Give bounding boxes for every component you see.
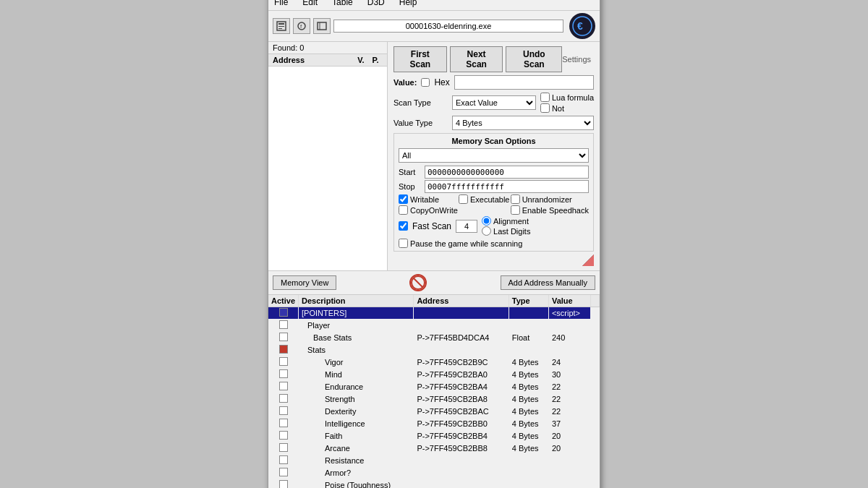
executable-label: Executable bbox=[470, 195, 509, 204]
row-active-cell bbox=[268, 381, 299, 393]
menu-edit[interactable]: Edit bbox=[299, 0, 320, 9]
value-input[interactable] bbox=[454, 75, 594, 90]
value-type-select[interactable]: 4 Bytes bbox=[452, 116, 594, 130]
memory-scan-select[interactable]: All bbox=[399, 148, 589, 163]
copy-on-write-row: CopyOnWrite bbox=[399, 205, 458, 215]
row-active-cell bbox=[268, 320, 299, 332]
row-description-cell: Stats bbox=[299, 344, 414, 356]
next-scan-button[interactable]: Next Scan bbox=[450, 46, 503, 72]
row-active-cell bbox=[268, 418, 299, 430]
row-active-cell bbox=[268, 369, 299, 381]
row-address-cell: P->7FF459CB2BA0 bbox=[414, 369, 509, 381]
settings-label: Settings bbox=[562, 55, 594, 64]
row-address-cell: P->7FF459CB2BB8 bbox=[414, 442, 509, 455]
col-scroll bbox=[591, 295, 600, 307]
enable-speedhack-checkbox[interactable] bbox=[511, 205, 520, 215]
toolbar-btn-1[interactable] bbox=[273, 18, 290, 34]
unrandomizer-checkbox[interactable] bbox=[511, 194, 520, 204]
last-digits-radio-row: Last Digits bbox=[482, 226, 530, 236]
row-active-cell bbox=[268, 344, 299, 356]
table-wrapper[interactable]: Active Description Address Type Value [P… bbox=[268, 295, 600, 488]
row-value-cell bbox=[548, 344, 590, 356]
undo-scan-button[interactable]: Undo Scan bbox=[506, 46, 562, 72]
table-row[interactable]: VigorP->7FF459CB2B9C4 Bytes24 bbox=[268, 356, 600, 369]
row-description-cell: Base Stats bbox=[299, 332, 414, 344]
toolbar-btn-3[interactable] bbox=[313, 18, 331, 34]
found-bar: Found: 0 bbox=[268, 42, 387, 54]
memory-options-grid: Writable CopyOnWrite Executable bbox=[399, 194, 589, 215]
menu-table[interactable]: Table bbox=[329, 0, 356, 9]
row-address-cell: P->7FF45BD4DCA4 bbox=[414, 332, 509, 344]
address-table-header: Active Description Address Type Value bbox=[268, 295, 600, 307]
table-row[interactable]: Base StatsP->7FF45BD4DCA4Float240 bbox=[268, 332, 600, 344]
row-value-cell: 30 bbox=[548, 369, 590, 381]
enable-speedhack-row: Enable Speedhack bbox=[511, 205, 589, 215]
stop-icon bbox=[409, 274, 427, 291]
col-address: Address bbox=[414, 295, 509, 307]
row-address-cell: P->7FF459CB2BA8 bbox=[414, 393, 509, 406]
resize-handle[interactable] bbox=[582, 254, 594, 266]
executable-checkbox[interactable] bbox=[459, 194, 468, 204]
lua-formula-checkbox[interactable] bbox=[540, 93, 550, 102]
table-row[interactable]: StrengthP->7FF459CB2BA84 Bytes22 bbox=[268, 393, 600, 406]
table-row[interactable]: EnduranceP->7FF459CB2BA44 Bytes22 bbox=[268, 381, 600, 393]
memory-view-button[interactable]: Memory View bbox=[273, 275, 336, 290]
add-address-button[interactable]: Add Address Manually bbox=[501, 275, 595, 290]
table-row[interactable]: DexterityP->7FF459CB2BAC4 Bytes22 bbox=[268, 406, 600, 418]
hex-label: Hex bbox=[434, 77, 449, 87]
table-row[interactable]: ArcaneP->7FF459CB2BB84 Bytes20 bbox=[268, 442, 600, 455]
table-row[interactable]: Armor? bbox=[268, 467, 600, 479]
toolbar-btn-2[interactable]: f bbox=[293, 18, 310, 34]
copy-on-write-checkbox[interactable] bbox=[399, 205, 408, 215]
bottom-buttons: Memory View Add Address Manually bbox=[268, 270, 600, 294]
row-active-cell bbox=[268, 479, 299, 489]
menu-d3d[interactable]: D3D bbox=[365, 0, 388, 9]
fast-scan-checkbox[interactable] bbox=[399, 221, 408, 231]
table-row[interactable]: Stats bbox=[268, 344, 600, 356]
alignment-radio[interactable] bbox=[482, 216, 491, 226]
main-content: Found: 0 Address V. P. First Scan Next S… bbox=[268, 42, 600, 270]
table-row[interactable]: Poise (Toughness) bbox=[268, 479, 600, 489]
table-row[interactable]: IntelligenceP->7FF459CB2BB04 Bytes37 bbox=[268, 418, 600, 430]
row-value-cell bbox=[548, 467, 590, 479]
row-description-cell: Endurance bbox=[299, 381, 414, 393]
first-scan-button[interactable]: First Scan bbox=[393, 46, 447, 72]
pause-game-checkbox[interactable] bbox=[399, 239, 408, 248]
row-value-cell: <script> bbox=[548, 307, 590, 320]
row-address-cell bbox=[414, 344, 509, 356]
not-checkbox[interactable] bbox=[540, 103, 550, 113]
svg-line-12 bbox=[414, 278, 422, 287]
hex-checkbox[interactable] bbox=[421, 78, 430, 87]
table-row[interactable]: Player bbox=[268, 320, 600, 332]
writable-checkbox[interactable] bbox=[399, 194, 408, 204]
row-value-cell: 22 bbox=[548, 381, 590, 393]
row-value-cell: 22 bbox=[548, 406, 590, 418]
unrandomizer-row: Unrandomizer bbox=[511, 194, 589, 204]
scan-type-row: Scan Type Exact Value Lua formula Not bbox=[393, 93, 594, 113]
svg-rect-1 bbox=[278, 23, 284, 25]
scan-type-select[interactable]: Exact Value bbox=[452, 95, 536, 110]
pause-game-label: Pause the game while scanning bbox=[410, 239, 522, 248]
row-address-cell: P->7FF459CB2BA4 bbox=[414, 381, 509, 393]
table-row[interactable]: FaithP->7FF459CB2BB44 Bytes20 bbox=[268, 430, 600, 442]
table-row[interactable]: [POINTERS]<script> bbox=[268, 307, 600, 320]
row-address-cell bbox=[414, 320, 509, 332]
row-type-cell bbox=[509, 307, 548, 320]
table-row[interactable]: Resistance bbox=[268, 455, 600, 467]
row-type-cell: 4 Bytes bbox=[509, 430, 548, 442]
row-type-cell: 4 Bytes bbox=[509, 369, 548, 381]
ce-logo: € bbox=[569, 13, 595, 39]
left-panel: Found: 0 Address V. P. bbox=[268, 42, 388, 270]
row-type-cell bbox=[509, 467, 548, 479]
fast-scan-input[interactable] bbox=[456, 220, 477, 233]
svg-rect-2 bbox=[278, 26, 284, 27]
last-digits-radio[interactable] bbox=[482, 226, 491, 236]
stop-input[interactable] bbox=[425, 180, 589, 193]
menu-file[interactable]: File bbox=[271, 0, 291, 9]
row-value-cell: 22 bbox=[548, 393, 590, 406]
table-row[interactable]: MindP->7FF459CB2BA04 Bytes30 bbox=[268, 369, 600, 381]
start-input[interactable] bbox=[425, 166, 589, 179]
scan-buttons: First Scan Next Scan Undo Scan bbox=[393, 46, 562, 72]
menu-help[interactable]: Help bbox=[396, 0, 420, 9]
row-active-cell bbox=[268, 332, 299, 344]
